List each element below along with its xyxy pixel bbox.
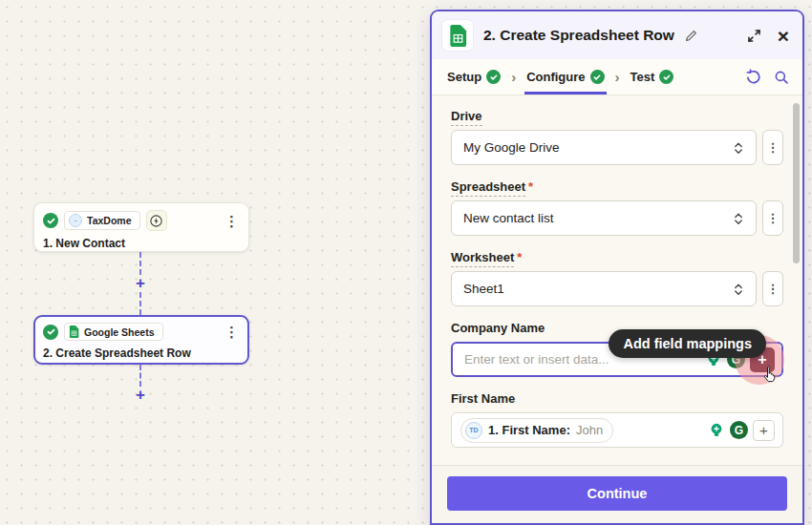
worksheet-options-kebab-icon[interactable]: ⋮ bbox=[762, 271, 783, 306]
step-tabbar: Setup › Configure › Test bbox=[432, 59, 802, 95]
app-pill-taxdome: ~ TaxDome bbox=[64, 211, 140, 230]
add-field-mapping-button[interactable]: + bbox=[753, 420, 775, 441]
panel-scrollbar-thumb[interactable] bbox=[793, 103, 800, 263]
drive-select[interactable]: My Google Drive bbox=[451, 130, 757, 165]
step-title: 1. New Contact bbox=[43, 237, 239, 250]
tab-complete-check-icon bbox=[486, 70, 501, 84]
required-asterisk: * bbox=[528, 179, 533, 194]
spreadsheet-select-value: New contact list bbox=[463, 211, 554, 225]
panel-footer: Continue bbox=[432, 465, 802, 523]
field-label-spreadsheet: Spreadsheet bbox=[451, 179, 525, 197]
tab-separator-chevron: › bbox=[615, 69, 620, 85]
search-fields-icon[interactable] bbox=[774, 70, 789, 85]
tab-setup[interactable]: Setup bbox=[445, 59, 502, 94]
continue-button[interactable]: Continue bbox=[447, 476, 787, 511]
configure-form: Drive My Google Drive ⋮ Spreadsheet* New… bbox=[432, 95, 802, 465]
token-label: 1. First Name: bbox=[488, 423, 570, 437]
panel-header: 2. Create Spreadsheet Row × bbox=[432, 11, 802, 59]
spreadsheet-options-kebab-icon[interactable]: ⋮ bbox=[762, 200, 783, 236]
select-updown-icon bbox=[733, 211, 744, 226]
field-first-name: First Name TD 1. First Name: John G + bbox=[451, 391, 783, 448]
first-name-input[interactable]: TD 1. First Name: John G + bbox=[451, 412, 783, 448]
suggestion-lightbulb-icon[interactable] bbox=[708, 422, 725, 439]
panel-title: 2. Create Spreadsheet Row bbox=[483, 27, 674, 44]
step-success-check-icon bbox=[43, 213, 58, 228]
refresh-fields-icon[interactable] bbox=[745, 69, 761, 85]
workflow-step-create-spreadsheet-row[interactable]: Google Sheets ⋮ 2. Create Spreadsheet Ro… bbox=[33, 315, 249, 365]
mapped-field-token[interactable]: TD 1. First Name: John bbox=[460, 418, 613, 443]
step-editor-panel: 2. Create Spreadsheet Row × Setup › Conf… bbox=[430, 10, 804, 525]
add-step-button[interactable]: + bbox=[133, 277, 148, 290]
field-worksheet: Worksheet* Sheet1 ⋮ bbox=[451, 250, 783, 306]
worksheet-select[interactable]: Sheet1 bbox=[451, 271, 757, 306]
add-field-mappings-tooltip: Add field mappings bbox=[609, 329, 766, 358]
app-pill-google-sheets: Google Sheets bbox=[64, 323, 163, 341]
connector-line bbox=[139, 252, 141, 275]
select-updown-icon bbox=[733, 140, 744, 156]
instant-trigger-icon bbox=[146, 210, 167, 231]
grammarly-icon: G bbox=[730, 421, 748, 439]
add-step-button[interactable]: + bbox=[133, 388, 148, 402]
workflow-step-new-contact[interactable]: ~ TaxDome ⋮ 1. New Contact bbox=[33, 202, 249, 252]
edit-title-pencil-icon[interactable] bbox=[684, 29, 698, 43]
required-asterisk: * bbox=[517, 250, 522, 264]
mouse-cursor-hand-icon bbox=[762, 366, 779, 388]
step-menu-kebab-icon[interactable]: ⋮ bbox=[224, 214, 239, 228]
step-title: 2. Create Spreadsheet Row bbox=[43, 346, 239, 360]
tab-label: Setup bbox=[447, 70, 481, 84]
field-label-worksheet: Worksheet bbox=[451, 250, 514, 267]
spreadsheet-select[interactable]: New contact list bbox=[451, 200, 757, 236]
worksheet-select-value: Sheet1 bbox=[463, 282, 504, 296]
taxdome-step-badge-icon: TD bbox=[465, 422, 482, 439]
drive-options-kebab-icon[interactable]: ⋮ bbox=[762, 130, 783, 165]
step-success-check-icon bbox=[43, 325, 58, 340]
tab-complete-check-icon bbox=[659, 70, 673, 84]
app-pill-label: TaxDome bbox=[87, 215, 132, 226]
expand-panel-icon[interactable] bbox=[746, 28, 762, 44]
google-sheets-icon bbox=[69, 326, 79, 338]
close-panel-icon[interactable]: × bbox=[778, 26, 789, 46]
drive-select-value: My Google Drive bbox=[463, 140, 560, 155]
connector-line bbox=[139, 365, 141, 387]
tab-test[interactable]: Test bbox=[629, 59, 676, 94]
tab-label: Configure bbox=[526, 70, 585, 84]
step-menu-kebab-icon[interactable]: ⋮ bbox=[224, 325, 239, 339]
tab-configure[interactable]: Configure bbox=[524, 59, 606, 94]
connector-line bbox=[139, 292, 141, 315]
tab-separator-chevron: › bbox=[511, 69, 516, 85]
tab-label: Test bbox=[630, 70, 655, 84]
google-sheets-app-icon bbox=[441, 19, 474, 52]
tab-complete-check-icon bbox=[590, 70, 605, 84]
select-updown-icon bbox=[733, 282, 744, 297]
field-drive: Drive My Google Drive ⋮ bbox=[451, 109, 783, 165]
taxdome-logo-icon: ~ bbox=[69, 214, 82, 227]
token-sample-value: John bbox=[576, 423, 603, 437]
field-spreadsheet: Spreadsheet* New contact list ⋮ bbox=[451, 179, 783, 236]
app-pill-label: Google Sheets bbox=[84, 326, 155, 338]
field-label-drive: Drive bbox=[451, 109, 482, 126]
field-label-first-name: First Name bbox=[451, 391, 783, 406]
